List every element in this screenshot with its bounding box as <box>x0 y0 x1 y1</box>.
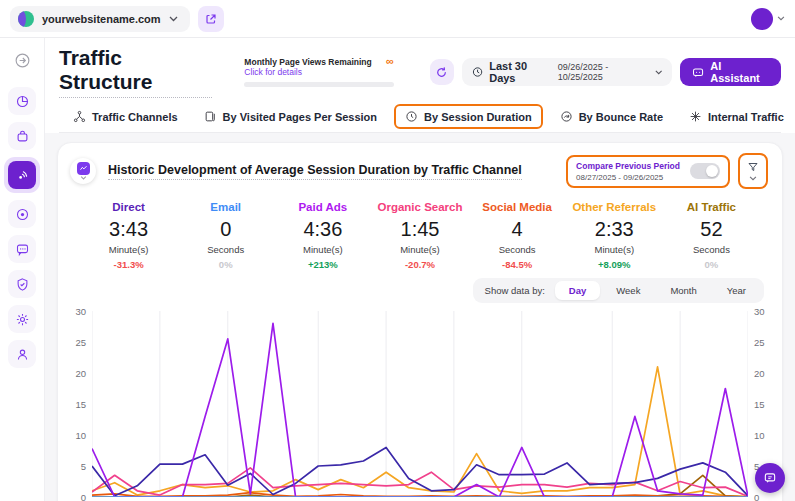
tab-label: By Bounce Rate <box>579 111 663 123</box>
metric-unit: Minute(s) <box>371 244 468 255</box>
metric-value: 0 <box>177 218 274 241</box>
metric-change: 0% <box>663 259 760 270</box>
metric-name: Paid Ads <box>274 201 371 213</box>
chevron-down-icon <box>655 70 662 75</box>
period-label: Last 30 Days <box>489 60 551 84</box>
compare-range: 08/27/2025 - 09/26/2025 <box>576 173 680 182</box>
metric-value: 2:33 <box>566 218 663 241</box>
session-duration-chart: 051015202530 09/26/202509/29/202510/02/2… <box>58 307 782 501</box>
ai-assistant-button[interactable]: AI Assistant <box>680 58 781 86</box>
sidebar-item-traffic[interactable] <box>4 157 40 193</box>
card-collapse-button[interactable] <box>70 158 96 184</box>
external-link-button[interactable] <box>198 6 224 32</box>
metric-name: Other Referrals <box>566 201 663 213</box>
sidebar-item-analytics[interactable] <box>8 87 36 115</box>
channel-metrics: Direct3:43Minute(s)-31.3%Email0Seconds0%… <box>58 193 782 276</box>
filter-funnel-icon <box>747 161 759 173</box>
y-tick-label: 5 <box>81 461 86 472</box>
top-bar: yourwebsitename.com <box>0 0 795 38</box>
granularity-option-day[interactable]: Day <box>555 281 600 300</box>
period-range: 09/26/2025 - 10/25/2025 <box>558 62 649 82</box>
refresh-button[interactable] <box>430 59 454 85</box>
metric-paid-ads[interactable]: Paid Ads4:36Minute(s)+213% <box>274 201 371 270</box>
metric-change: 0% <box>177 259 274 270</box>
chart-widget-icon <box>77 162 90 175</box>
y-tick-label: 30 <box>75 306 86 317</box>
tab-traffic-channels[interactable]: Traffic Channels <box>73 110 178 123</box>
quota-progress-bar <box>244 82 393 87</box>
gear-icon <box>15 312 30 327</box>
chevron-down-icon <box>777 16 785 21</box>
external-link-icon <box>205 13 217 25</box>
date-range-picker[interactable]: Last 30 Days 09/26/2025 - 10/25/2025 <box>462 58 672 86</box>
metric-unit: Minute(s) <box>80 244 177 255</box>
section-tabs: Traffic ChannelsBy Visited Pages Per Ses… <box>59 98 781 133</box>
metric-direct[interactable]: Direct3:43Minute(s)-31.3% <box>80 201 177 270</box>
internal-traffic-icon <box>689 110 702 123</box>
y-axis-left: 051015202530 <box>64 311 92 497</box>
tab-by-session-duration[interactable]: By Session Duration <box>394 104 543 129</box>
metric-change: -20.7% <box>371 259 468 270</box>
chat-fab-button[interactable] <box>755 463 785 493</box>
bag-icon <box>15 129 30 144</box>
y-tick-label: 0 <box>754 492 759 501</box>
ai-chat-icon <box>692 66 704 79</box>
tab-by-visited-pages-per-session[interactable]: By Visited Pages Per Session <box>204 110 377 123</box>
metric-social-media[interactable]: Social Media4Seconds-84.5% <box>469 201 566 270</box>
infinity-icon: ∞ <box>386 57 394 65</box>
sidebar-item-security[interactable] <box>8 270 36 298</box>
clock-history-icon <box>405 110 418 123</box>
metric-unit: Seconds <box>663 244 760 255</box>
tab-internal-traffic[interactable]: Internal Traffic <box>689 110 784 123</box>
metric-value: 52 <box>663 218 760 241</box>
page-title: Traffic Structure <box>59 46 212 98</box>
metric-email[interactable]: Email0Seconds0% <box>177 201 274 270</box>
metric-ai-traffic[interactable]: AI Traffic52Seconds0% <box>663 201 760 270</box>
y-tick-label: 25 <box>754 337 765 348</box>
y-tick-label: 10 <box>754 430 765 441</box>
plot-area[interactable]: 09/26/202509/29/202510/02/202510/06/2025… <box>92 311 748 501</box>
sidebar-item-messages[interactable] <box>8 235 36 263</box>
sidebar-item-settings[interactable] <box>8 305 36 333</box>
compare-toggle[interactable] <box>690 163 720 179</box>
sidebar-item-goals[interactable] <box>8 200 36 228</box>
chart-card: Historic Development of Average Session … <box>57 142 783 501</box>
metric-value: 4 <box>469 218 566 241</box>
ai-assistant-label: AI Assistant <box>710 60 769 84</box>
filter-button[interactable] <box>738 153 768 189</box>
metric-unit: Minute(s) <box>274 244 371 255</box>
target-icon <box>15 207 30 222</box>
metric-value: 1:45 <box>371 218 468 241</box>
quota-label: Monthly Page Views Remaining <box>244 57 371 67</box>
quota-details-link[interactable]: Click for details <box>244 67 371 77</box>
y-tick-label: 25 <box>75 337 86 348</box>
metric-name: AI Traffic <box>663 201 760 213</box>
sidebar-collapse-button[interactable] <box>8 46 36 74</box>
network-icon <box>73 110 86 123</box>
chart-title: Historic Development of Average Session … <box>108 163 522 180</box>
sidebar-item-account[interactable] <box>8 340 36 368</box>
y-tick-label: 15 <box>75 399 86 410</box>
avatar <box>751 8 773 30</box>
site-selector[interactable]: yourwebsitename.com <box>10 6 190 32</box>
user-pin-icon <box>15 347 30 362</box>
granularity-option-week[interactable]: Week <box>602 281 654 300</box>
sidebar-item-products[interactable] <box>8 122 36 150</box>
granularity-option-month[interactable]: Month <box>656 281 710 300</box>
granularity-switcher: Show data by: DayWeekMonthYear <box>473 278 764 303</box>
chevron-down-icon <box>80 176 87 180</box>
granularity-option-year[interactable]: Year <box>713 281 760 300</box>
pie-chart-icon <box>15 94 30 109</box>
y-tick-label: 10 <box>75 430 86 441</box>
collapse-icon <box>14 52 31 69</box>
y-tick-label: 15 <box>754 399 765 410</box>
user-menu[interactable] <box>751 8 785 30</box>
metric-change: -31.3% <box>80 259 177 270</box>
tab-label: By Session Duration <box>424 111 532 123</box>
metric-other-referrals[interactable]: Other Referrals2:33Minute(s)+8.09% <box>566 201 663 270</box>
metric-value: 3:43 <box>80 218 177 241</box>
y-tick-label: 20 <box>754 368 765 379</box>
metric-organic-search[interactable]: Organic Search1:45Minute(s)-20.7% <box>371 201 468 270</box>
tab-by-bounce-rate[interactable]: By Bounce Rate <box>560 110 663 123</box>
chat-bubble-icon <box>763 471 777 485</box>
